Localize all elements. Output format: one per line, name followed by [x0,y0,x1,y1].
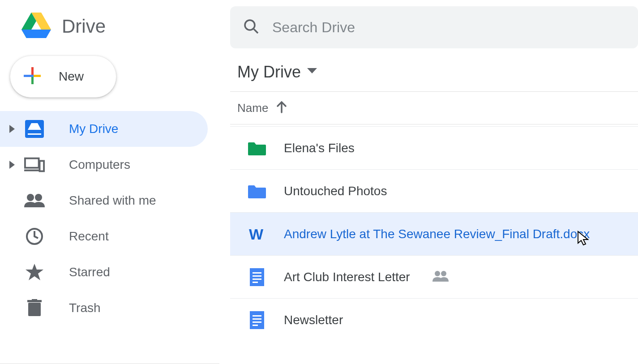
svg-rect-7 [31,75,34,77]
sidebar-item-recent[interactable]: Recent [0,218,219,254]
svg-point-35 [441,271,446,276]
sort-ascending-icon[interactable] [276,101,287,115]
svg-rect-15 [40,161,44,171]
svg-marker-19 [26,264,43,280]
location-label: My Drive [237,63,301,81]
svg-rect-5 [24,75,31,77]
clock-icon [24,227,45,245]
sidebar: Drive New [0,0,219,364]
svg-point-23 [245,20,255,30]
sidebar-item-label: Recent [69,229,109,244]
devices-icon [24,157,45,172]
folder-row[interactable]: Elena's Files [230,127,638,170]
file-name: Art Club Interest Letter [284,270,410,284]
folder-icon [248,141,266,156]
svg-rect-30 [253,272,261,274]
file-name: Newsletter [284,313,343,327]
column-header-row[interactable]: Name [230,92,638,124]
sidebar-item-my-drive[interactable]: My Drive [0,111,208,147]
star-icon [24,264,45,281]
people-icon [24,194,45,207]
google-doc-icon [248,311,266,329]
sidebar-item-label: My Drive [69,122,118,136]
svg-marker-28 [578,231,588,245]
file-name: Elena's Files [284,141,355,155]
drive-logo-icon [21,13,51,40]
expand-icon[interactable] [7,125,18,133]
svg-rect-33 [253,282,258,283]
word-doc-icon: W [248,226,266,242]
svg-rect-3 [31,67,34,75]
svg-rect-39 [253,321,261,323]
sidebar-nav: My Drive Computers [0,111,219,326]
cursor-icon [577,231,589,248]
sidebar-item-computers[interactable]: Computers [0,147,219,183]
file-list: Elena's Files Untouched Photos W Andrew … [230,126,638,342]
location-breadcrumb[interactable]: My Drive [230,48,638,92]
sidebar-item-label: Computers [69,158,130,172]
svg-marker-12 [9,161,15,169]
svg-rect-22 [32,299,37,301]
brand[interactable]: Drive [0,0,219,53]
trash-icon [24,299,45,317]
search-bar[interactable] [230,6,638,48]
svg-rect-36 [250,311,264,329]
svg-marker-25 [307,68,317,73]
svg-marker-8 [9,125,15,133]
file-name: Untouched Photos [284,184,387,198]
new-button-label: New [59,69,84,84]
sidebar-item-trash[interactable]: Trash [0,290,219,326]
file-row[interactable]: W Andrew Lytle at The Sewanee Review_Fin… [230,213,638,256]
main-content: My Drive Name Elena's File [219,0,638,364]
plus-icon [24,67,41,86]
svg-rect-13 [25,158,39,168]
sidebar-item-label: Shared with me [69,193,156,208]
sidebar-item-label: Trash [69,301,101,315]
brand-name: Drive [62,16,106,37]
sidebar-item-shared-with-me[interactable]: Shared with me [0,183,219,218]
google-doc-icon [248,268,266,286]
shared-icon [432,271,449,283]
svg-line-24 [254,29,258,33]
search-input[interactable] [272,19,625,36]
svg-point-34 [435,271,440,276]
svg-rect-20 [28,303,41,316]
svg-rect-6 [33,75,41,77]
new-button[interactable]: New [10,56,116,98]
folder-icon [248,184,266,199]
svg-rect-29 [250,268,264,286]
search-icon [244,19,259,36]
sidebar-item-starred[interactable]: Starred [0,254,219,290]
svg-rect-40 [253,325,258,326]
expand-icon[interactable] [7,161,18,169]
svg-point-17 [35,194,42,201]
svg-text:W: W [249,226,264,242]
caret-down-icon [307,68,317,76]
file-row[interactable]: Newsletter [230,299,638,342]
svg-rect-32 [253,278,261,280]
file-row[interactable]: Art Club Interest Letter [230,256,638,299]
svg-rect-37 [253,315,261,317]
sidebar-item-label: Starred [69,265,110,279]
svg-rect-4 [31,77,34,84]
svg-marker-2 [21,30,51,38]
folder-row[interactable]: Untouched Photos [230,170,638,213]
svg-point-16 [27,194,34,201]
file-name: Andrew Lytle at The Sewanee Review_Final… [284,227,590,241]
svg-rect-38 [253,318,261,320]
svg-rect-11 [28,133,41,135]
my-drive-icon [24,120,45,138]
column-name: Name [237,101,268,115]
svg-rect-31 [253,275,261,277]
